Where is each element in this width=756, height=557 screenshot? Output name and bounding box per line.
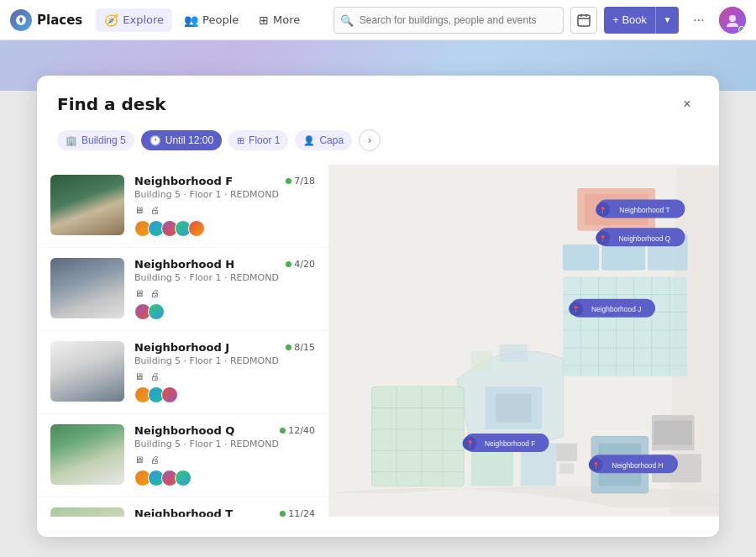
avail-dot-j (286, 344, 291, 350)
close-button[interactable]: × (675, 92, 699, 116)
monitor-icon-h: 🖥 (134, 288, 144, 299)
card-meta-f: 🖥 🖨 (134, 205, 315, 216)
search-input[interactable] (333, 7, 564, 34)
card-availability-t: 11/24 (280, 508, 315, 517)
svg-text:Neighborhood F: Neighborhood F (485, 439, 535, 448)
svg-point-5 (729, 15, 736, 22)
neighborhood-card-h[interactable]: Neighborhood H 4/20 Building 5 · Floor 1… (37, 248, 328, 331)
svg-text:Neighborhood H: Neighborhood H (612, 461, 663, 470)
filter-building-label: Building 5 (81, 134, 126, 146)
avatar-h-2 (148, 303, 165, 320)
logo-icon (10, 9, 32, 31)
svg-rect-41 (654, 421, 692, 445)
calendar-button[interactable] (570, 7, 597, 34)
monitor-icon-j: 🖥 (134, 371, 144, 382)
floor-icon: ⊞ (237, 135, 244, 146)
avail-dot-h (286, 261, 291, 267)
card-meta-q: 🖥 🖨 (134, 455, 315, 465)
svg-rect-1 (578, 15, 590, 26)
filter-floor[interactable]: ⊞ Floor 1 (228, 130, 288, 150)
card-availability-h: 4/20 (286, 259, 315, 270)
more-grid-icon: ⊞ (259, 13, 269, 27)
filter-time-label: Until 12:00 (165, 134, 213, 146)
svg-rect-25 (496, 394, 531, 423)
book-label: + Book (604, 7, 655, 34)
svg-rect-26 (372, 386, 465, 486)
map-pin-f[interactable]: 📍 Neighborhood F (463, 434, 549, 452)
avatar-q-4 (175, 470, 192, 486)
avatar[interactable] (719, 7, 746, 34)
card-availability-q: 12/40 (280, 425, 315, 436)
filter-more-button[interactable]: › (359, 129, 381, 151)
nav-ellipsis-button[interactable]: ··· (685, 7, 712, 34)
content-area: Neighborhood F 7/18 Building 5 · Floor 1… (37, 165, 719, 517)
dialog-header: Find a desk × (37, 76, 719, 129)
dialog-title: Find a desk (57, 94, 166, 114)
card-location-q: Building 5 · Floor 1 · REDMOND (134, 439, 315, 449)
search-container: 🔍 (333, 7, 564, 34)
filter-building[interactable]: 🏢 Building 5 (57, 130, 134, 150)
svg-text:Neighborhood Q: Neighborhood Q (619, 234, 671, 243)
filter-bar: 🏢 Building 5 🕐 Until 12:00 ⊞ Floor 1 👤 C… (37, 129, 719, 165)
printer-icon-f: 🖨 (150, 205, 160, 216)
explore-icon: 🧭 (104, 13, 118, 27)
card-image-j (50, 341, 124, 402)
svg-rect-44 (499, 344, 528, 362)
neighborhood-card-j[interactable]: Neighborhood J 8/15 Building 5 · Floor 1… (37, 331, 328, 414)
svg-text:📍: 📍 (572, 305, 580, 313)
app-logo[interactable]: Places (10, 9, 82, 31)
card-availability-f: 7/18 (286, 176, 315, 187)
tab-people[interactable]: 👥 People (176, 8, 247, 32)
avail-dot-t (280, 511, 286, 517)
app-name: Places (37, 13, 82, 28)
neighborhood-card-t[interactable]: Neighborhood T 11/24 Building 5 · Floor … (37, 497, 328, 517)
book-dropdown-icon: ▼ (655, 7, 679, 34)
card-name-f: Neighborhood F (134, 175, 233, 187)
card-location-j: Building 5 · Floor 1 · REDMOND (134, 355, 315, 366)
tab-people-label: People (202, 13, 239, 26)
card-info-q: Neighborhood Q 12/40 Building 5 · Floor … (134, 424, 315, 486)
tab-explore[interactable]: 🧭 Explore (96, 8, 172, 32)
card-availability-j: 8/15 (286, 342, 315, 353)
card-name-row-f: Neighborhood F 7/18 (134, 175, 315, 187)
card-location-f: Building 5 · Floor 1 · REDMOND (134, 189, 315, 200)
card-name-q: Neighborhood Q (134, 424, 234, 437)
ellipsis-icon: ··· (693, 13, 704, 28)
nav-actions: + Book ▼ ··· (570, 7, 746, 34)
map-pin-j[interactable]: 📍 Neighborhood J (569, 299, 655, 318)
svg-text:📍: 📍 (599, 206, 607, 214)
avatar-status-indicator (738, 26, 745, 33)
card-avatars-j (134, 386, 315, 403)
svg-text:📍: 📍 (592, 461, 601, 470)
card-image-q (50, 424, 124, 485)
filter-time[interactable]: 🕐 Until 12:00 (141, 130, 222, 150)
book-button[interactable]: + Book ▼ (604, 7, 679, 34)
people-icon: 👥 (184, 13, 198, 27)
card-avatars-h (134, 303, 315, 320)
filter-capacity[interactable]: 👤 Capa (295, 130, 352, 150)
card-info-h: Neighborhood H 4/20 Building 5 · Floor 1… (134, 258, 315, 320)
find-desk-dialog: Find a desk × 🏢 Building 5 🕐 Until 12:00… (37, 76, 719, 537)
card-meta-j: 🖥 🖨 (134, 371, 315, 382)
svg-rect-12 (563, 277, 687, 376)
close-icon: × (683, 97, 690, 112)
navbar: Places 🧭 Explore 👥 People ⊞ More 🔍 (0, 0, 756, 40)
card-image-t (50, 507, 124, 517)
tab-more[interactable]: ⊞ More (250, 8, 308, 32)
filter-floor-label: Floor 1 (249, 134, 280, 146)
map-pin-h[interactable]: 📍 Neighborhood H (589, 455, 678, 473)
printer-icon-q: 🖨 (150, 455, 160, 465)
clock-icon: 🕐 (150, 135, 161, 146)
map-pin-q[interactable]: 📍 Neighborhood Q (596, 228, 685, 246)
map-pin-t[interactable]: 📍 Neighborhood T (596, 200, 685, 218)
svg-rect-37 (559, 463, 574, 474)
person-icon: 👤 (303, 135, 315, 146)
card-avatars-f (134, 220, 315, 237)
card-image-h (50, 258, 124, 318)
avail-dot-q (280, 428, 286, 434)
svg-text:📍: 📍 (466, 439, 475, 448)
neighborhood-card-q[interactable]: Neighborhood Q 12/40 Building 5 · Floor … (37, 414, 328, 497)
nav-tabs: 🧭 Explore 👥 People ⊞ More (96, 8, 326, 32)
neighborhood-card-f[interactable]: Neighborhood F 7/18 Building 5 · Floor 1… (37, 165, 328, 248)
svg-rect-36 (556, 444, 577, 461)
